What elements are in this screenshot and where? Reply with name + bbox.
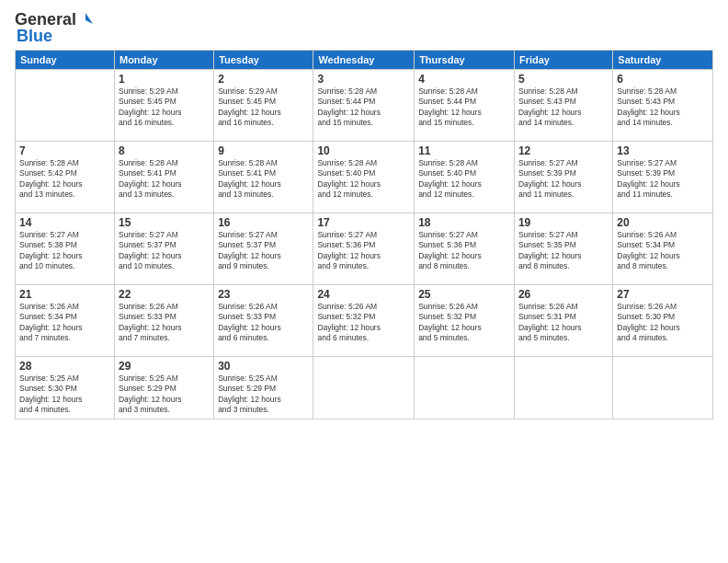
calendar-cell: 17Sunrise: 5:27 AM Sunset: 5:36 PM Dayli… <box>313 213 415 285</box>
calendar-cell: 27Sunrise: 5:26 AM Sunset: 5:30 PM Dayli… <box>613 285 713 357</box>
logo-bird-icon <box>77 11 94 28</box>
day-detail: Sunrise: 5:27 AM Sunset: 5:37 PM Dayligh… <box>218 230 309 272</box>
day-detail: Sunrise: 5:27 AM Sunset: 5:39 PM Dayligh… <box>518 158 609 201</box>
day-number: 14 <box>19 216 110 229</box>
day-detail: Sunrise: 5:28 AM Sunset: 5:41 PM Dayligh… <box>119 158 210 201</box>
calendar-cell: 22Sunrise: 5:26 AM Sunset: 5:33 PM Dayli… <box>114 285 213 357</box>
day-detail: Sunrise: 5:27 AM Sunset: 5:35 PM Dayligh… <box>518 230 609 272</box>
day-detail: Sunrise: 5:28 AM Sunset: 5:43 PM Dayligh… <box>617 86 709 129</box>
day-number: 16 <box>218 216 309 229</box>
day-number: 29 <box>119 360 210 373</box>
day-number: 25 <box>418 288 510 301</box>
day-number: 19 <box>518 216 609 229</box>
calendar-cell: 13Sunrise: 5:27 AM Sunset: 5:39 PM Dayli… <box>613 142 713 213</box>
day-number: 23 <box>218 288 309 301</box>
day-detail: Sunrise: 5:26 AM Sunset: 5:33 PM Dayligh… <box>119 302 210 344</box>
calendar-cell <box>613 357 713 419</box>
calendar-cell: 6Sunrise: 5:28 AM Sunset: 5:43 PM Daylig… <box>613 70 713 142</box>
day-detail: Sunrise: 5:28 AM Sunset: 5:40 PM Dayligh… <box>317 158 410 201</box>
day-detail: Sunrise: 5:28 AM Sunset: 5:40 PM Dayligh… <box>418 158 510 201</box>
calendar-cell: 4Sunrise: 5:28 AM Sunset: 5:44 PM Daylig… <box>415 70 515 142</box>
logo-general: General <box>15 11 76 28</box>
day-detail: Sunrise: 5:26 AM Sunset: 5:32 PM Dayligh… <box>317 302 410 344</box>
day-number: 10 <box>317 144 410 157</box>
day-detail: Sunrise: 5:26 AM Sunset: 5:30 PM Dayligh… <box>617 302 709 344</box>
day-number: 17 <box>317 216 410 229</box>
day-number: 8 <box>119 144 210 157</box>
day-number: 1 <box>119 73 210 86</box>
col-header-saturday: Saturday <box>613 51 713 70</box>
calendar-cell: 3Sunrise: 5:28 AM Sunset: 5:44 PM Daylig… <box>313 70 415 142</box>
day-number: 2 <box>218 73 309 86</box>
col-header-tuesday: Tuesday <box>214 51 313 70</box>
calendar-cell <box>514 357 612 419</box>
calendar-cell <box>415 357 515 419</box>
calendar-cell: 10Sunrise: 5:28 AM Sunset: 5:40 PM Dayli… <box>313 142 415 213</box>
day-number: 13 <box>617 144 709 157</box>
calendar-cell: 28Sunrise: 5:25 AM Sunset: 5:30 PM Dayli… <box>16 357 115 419</box>
day-detail: Sunrise: 5:27 AM Sunset: 5:39 PM Dayligh… <box>617 158 709 201</box>
day-number: 18 <box>418 216 510 229</box>
calendar-cell: 24Sunrise: 5:26 AM Sunset: 5:32 PM Dayli… <box>313 285 415 357</box>
calendar-cell: 7Sunrise: 5:28 AM Sunset: 5:42 PM Daylig… <box>16 142 115 213</box>
day-number: 5 <box>518 73 609 86</box>
day-detail: Sunrise: 5:27 AM Sunset: 5:37 PM Dayligh… <box>119 230 210 272</box>
day-number: 21 <box>19 288 110 301</box>
col-header-thursday: Thursday <box>415 51 515 70</box>
calendar-cell: 25Sunrise: 5:26 AM Sunset: 5:32 PM Dayli… <box>415 285 515 357</box>
day-number: 6 <box>617 73 709 86</box>
day-detail: Sunrise: 5:28 AM Sunset: 5:44 PM Dayligh… <box>418 86 510 129</box>
calendar-cell <box>16 70 115 142</box>
day-number: 28 <box>19 360 110 373</box>
svg-marker-0 <box>85 13 93 24</box>
day-number: 30 <box>218 360 309 373</box>
calendar-cell: 18Sunrise: 5:27 AM Sunset: 5:36 PM Dayli… <box>415 213 515 285</box>
day-detail: Sunrise: 5:27 AM Sunset: 5:36 PM Dayligh… <box>418 230 510 272</box>
day-number: 15 <box>119 216 210 229</box>
calendar-cell: 19Sunrise: 5:27 AM Sunset: 5:35 PM Dayli… <box>514 213 612 285</box>
day-number: 22 <box>119 288 210 301</box>
day-detail: Sunrise: 5:29 AM Sunset: 5:45 PM Dayligh… <box>119 86 210 129</box>
day-detail: Sunrise: 5:26 AM Sunset: 5:34 PM Dayligh… <box>19 302 110 344</box>
day-detail: Sunrise: 5:28 AM Sunset: 5:42 PM Dayligh… <box>19 158 110 201</box>
calendar-cell: 30Sunrise: 5:25 AM Sunset: 5:29 PM Dayli… <box>214 357 313 419</box>
day-number: 12 <box>518 144 609 157</box>
calendar-cell <box>313 357 415 419</box>
calendar-cell: 23Sunrise: 5:26 AM Sunset: 5:33 PM Dayli… <box>214 285 313 357</box>
calendar-cell: 15Sunrise: 5:27 AM Sunset: 5:37 PM Dayli… <box>114 213 213 285</box>
logo-blue: Blue <box>17 28 94 44</box>
col-header-monday: Monday <box>114 51 213 70</box>
day-detail: Sunrise: 5:26 AM Sunset: 5:32 PM Dayligh… <box>418 302 510 344</box>
calendar-cell: 1Sunrise: 5:29 AM Sunset: 5:45 PM Daylig… <box>114 70 213 142</box>
calendar-cell: 26Sunrise: 5:26 AM Sunset: 5:31 PM Dayli… <box>514 285 612 357</box>
day-detail: Sunrise: 5:25 AM Sunset: 5:30 PM Dayligh… <box>19 373 110 416</box>
day-detail: Sunrise: 5:28 AM Sunset: 5:44 PM Dayligh… <box>317 86 410 129</box>
calendar-cell: 12Sunrise: 5:27 AM Sunset: 5:39 PM Dayli… <box>514 142 612 213</box>
day-detail: Sunrise: 5:25 AM Sunset: 5:29 PM Dayligh… <box>119 373 210 416</box>
day-detail: Sunrise: 5:29 AM Sunset: 5:45 PM Dayligh… <box>218 86 309 129</box>
calendar-cell: 11Sunrise: 5:28 AM Sunset: 5:40 PM Dayli… <box>415 142 515 213</box>
calendar: SundayMondayTuesdayWednesdayThursdayFrid… <box>15 50 713 419</box>
calendar-cell: 14Sunrise: 5:27 AM Sunset: 5:38 PM Dayli… <box>16 213 115 285</box>
calendar-cell: 5Sunrise: 5:28 AM Sunset: 5:43 PM Daylig… <box>514 70 612 142</box>
calendar-cell: 20Sunrise: 5:26 AM Sunset: 5:34 PM Dayli… <box>613 213 713 285</box>
day-detail: Sunrise: 5:27 AM Sunset: 5:36 PM Dayligh… <box>317 230 410 272</box>
day-detail: Sunrise: 5:25 AM Sunset: 5:29 PM Dayligh… <box>218 373 309 416</box>
calendar-cell: 16Sunrise: 5:27 AM Sunset: 5:37 PM Dayli… <box>214 213 313 285</box>
calendar-cell: 8Sunrise: 5:28 AM Sunset: 5:41 PM Daylig… <box>114 142 213 213</box>
day-number: 7 <box>19 144 110 157</box>
day-number: 27 <box>617 288 709 301</box>
col-header-wednesday: Wednesday <box>313 51 415 70</box>
col-header-friday: Friday <box>514 51 612 70</box>
day-number: 4 <box>418 73 510 86</box>
col-header-sunday: Sunday <box>16 51 115 70</box>
day-number: 26 <box>518 288 609 301</box>
day-detail: Sunrise: 5:28 AM Sunset: 5:41 PM Dayligh… <box>218 158 309 201</box>
day-number: 3 <box>317 73 410 86</box>
day-detail: Sunrise: 5:28 AM Sunset: 5:43 PM Dayligh… <box>518 86 609 129</box>
day-detail: Sunrise: 5:26 AM Sunset: 5:31 PM Dayligh… <box>518 302 609 344</box>
calendar-cell: 21Sunrise: 5:26 AM Sunset: 5:34 PM Dayli… <box>16 285 115 357</box>
day-number: 9 <box>218 144 309 157</box>
day-detail: Sunrise: 5:26 AM Sunset: 5:34 PM Dayligh… <box>617 230 709 272</box>
logo: General Blue <box>15 11 94 44</box>
